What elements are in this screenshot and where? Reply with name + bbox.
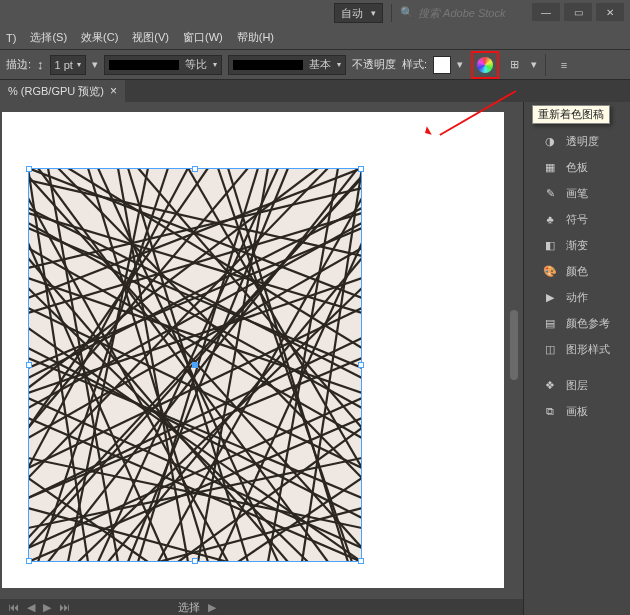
artboards-icon: ⧉ (542, 403, 558, 419)
brush-combo[interactable]: 基本 ▾ (228, 55, 346, 75)
close-icon[interactable]: × (110, 84, 117, 98)
swatches-icon: ▦ (542, 159, 558, 175)
nav-last-icon[interactable]: ⏭ (59, 601, 70, 613)
chevron-down-icon: ▾ (337, 60, 341, 69)
profile-combo[interactable]: 等比 ▾ (104, 55, 222, 75)
menu-more-button[interactable]: ≡ (554, 55, 574, 75)
svg-line-22 (28, 258, 288, 562)
crosshatch-pattern (28, 168, 362, 562)
menu-help[interactable]: 帮助(H) (237, 30, 274, 45)
panel-swatches[interactable]: ▦色板 (524, 154, 630, 180)
panel-separator (524, 362, 630, 372)
menu-t[interactable]: T) (6, 32, 16, 44)
graphic-styles-icon: ◫ (542, 341, 558, 357)
panel-actions[interactable]: ▶动作 (524, 284, 630, 310)
window-minimize-button[interactable]: — (532, 3, 560, 21)
nav-next-icon[interactable]: ▶ (43, 601, 51, 614)
align-button[interactable]: ⊞ (505, 55, 525, 75)
search-placeholder[interactable]: 搜索 Adobe Stock (418, 6, 505, 21)
style-swatch[interactable] (433, 56, 451, 74)
status-next-icon[interactable]: ▶ (208, 601, 216, 614)
brush-label: 基本 (309, 57, 331, 72)
panel-gradient[interactable]: ◧渐变 (524, 232, 630, 258)
menu-view[interactable]: 视图(V) (132, 30, 169, 45)
stroke-weight-value: 1 pt (55, 59, 73, 71)
panel-color[interactable]: 🎨颜色 (524, 258, 630, 284)
chevron-down-icon: ▾ (371, 8, 376, 18)
transparency-icon: ◑ (542, 133, 558, 149)
separator (391, 4, 392, 22)
panel-symbols[interactable]: ♣符号 (524, 206, 630, 232)
panel-artboards[interactable]: ⧉画板 (524, 398, 630, 424)
panel-layers[interactable]: ❖图层 (524, 372, 630, 398)
status-bar: ⏮ ◀ ▶ ⏭ 选择 ▶ (0, 599, 523, 615)
menu-bar: T) 选择(S) 效果(C) 视图(V) 窗口(W) 帮助(H) (0, 26, 630, 50)
color-wheel-icon (477, 57, 493, 73)
chevron-down-icon[interactable]: ▾ (92, 58, 98, 71)
symbols-icon: ♣ (542, 211, 558, 227)
separator (545, 54, 546, 76)
link-icon[interactable]: ↕ (37, 57, 44, 72)
status-tool: 选择 (178, 600, 200, 615)
chevron-down-icon[interactable]: ▾ (531, 58, 537, 71)
brushes-icon: ✎ (542, 185, 558, 201)
right-panel-dock: 重新着色图稿 ◑透明度 ▦色板 ✎画笔 ♣符号 ◧渐变 🎨颜色 ▶动作 ▤颜色参… (523, 102, 630, 615)
chevron-down-icon: ▾ (77, 60, 81, 69)
recolor-tooltip: 重新着色图稿 (532, 105, 610, 124)
stroke-profile-preview (109, 60, 179, 70)
panel-brushes[interactable]: ✎画笔 (524, 180, 630, 206)
document-tab[interactable]: % (RGB/GPU 预览) × (0, 80, 125, 102)
artboard[interactable] (2, 112, 504, 588)
window-close-button[interactable]: ✕ (596, 3, 624, 21)
canvas-area[interactable] (0, 102, 523, 599)
nav-prev-icon[interactable]: ◀ (27, 601, 35, 614)
panel-transparency[interactable]: ◑透明度 (524, 128, 630, 154)
document-tab-bar: % (RGB/GPU 预览) × (0, 80, 630, 102)
search-icon[interactable]: 🔍 (400, 6, 414, 20)
panel-graphic-styles[interactable]: ◫图形样式 (524, 336, 630, 362)
workspace-label: 自动 (341, 6, 363, 21)
vertical-scrollbar-thumb[interactable] (510, 310, 518, 380)
stroke-weight-combo[interactable]: 1 pt ▾ (50, 55, 86, 75)
color-icon: 🎨 (542, 263, 558, 279)
brush-preview (233, 60, 303, 70)
menu-effect[interactable]: 效果(C) (81, 30, 118, 45)
chevron-down-icon: ▾ (213, 60, 217, 69)
chevron-down-icon[interactable]: ▾ (457, 58, 463, 71)
workspace-switcher[interactable]: 自动 ▾ (334, 3, 383, 23)
tab-title: % (RGB/GPU 预览) (8, 84, 104, 99)
panel-color-guide[interactable]: ▤颜色参考 (524, 310, 630, 336)
menu-select[interactable]: 选择(S) (30, 30, 67, 45)
opacity-label[interactable]: 不透明度 (352, 57, 396, 72)
selected-pattern-rect[interactable] (28, 168, 362, 562)
stroke-label: 描边: (6, 57, 31, 72)
actions-icon: ▶ (542, 289, 558, 305)
recolor-artwork-button[interactable] (471, 51, 499, 79)
nav-first-icon[interactable]: ⏮ (8, 601, 19, 613)
gradient-icon: ◧ (542, 237, 558, 253)
options-bar: 描边: ↕ 1 pt ▾ ▾ 等比 ▾ 基本 ▾ 不透明度 样式: ▾ ⊞ ▾ … (0, 50, 630, 80)
profile-label: 等比 (185, 57, 207, 72)
layers-icon: ❖ (542, 377, 558, 393)
window-maximize-button[interactable]: ▭ (564, 3, 592, 21)
menu-window[interactable]: 窗口(W) (183, 30, 223, 45)
style-label: 样式: (402, 57, 427, 72)
color-guide-icon: ▤ (542, 315, 558, 331)
